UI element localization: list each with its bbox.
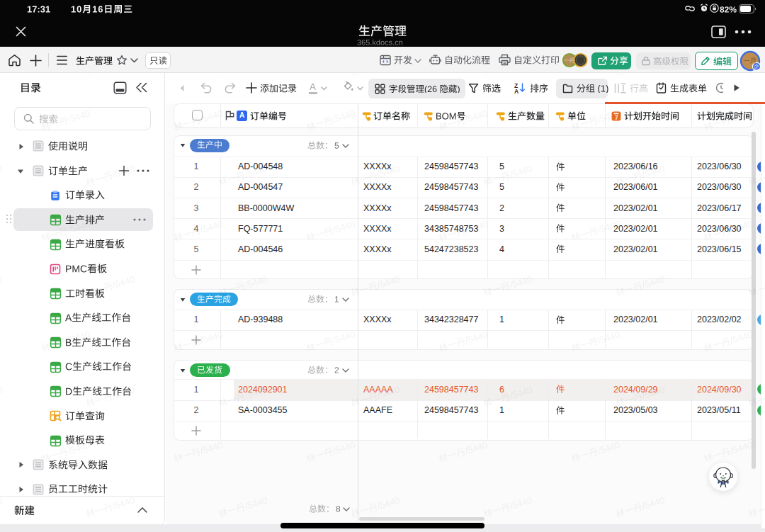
svg-text:A: A	[514, 88, 518, 94]
svg-text:7: 7	[615, 115, 618, 121]
